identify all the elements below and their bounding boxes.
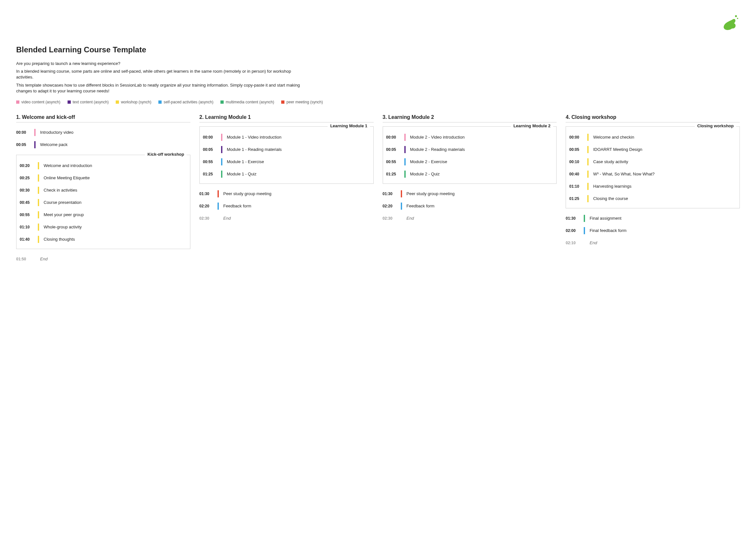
legend-item: video content (asynch)	[16, 100, 61, 104]
rows-block: 01:30Peer study group meeting02:20Feedba…	[383, 188, 557, 212]
activity-label: Introductory video	[40, 130, 73, 135]
category-color-bar	[221, 170, 222, 178]
activity-label: Peer study group meeting	[407, 191, 455, 196]
activity-label: Closing thoughts	[44, 237, 75, 242]
time-label: 00:40	[569, 172, 585, 176]
category-color-bar	[404, 170, 406, 178]
column-divider	[200, 122, 374, 122]
activity-label: IDOARRT Meeting Design	[593, 147, 642, 152]
end-label: End	[223, 216, 231, 221]
activity-row: 00:00Module 2 - Video introduction	[386, 131, 554, 143]
category-color-bar	[404, 146, 406, 153]
time-label: 02:00	[566, 228, 581, 233]
activity-row: 00:55Meet your peer group	[20, 209, 187, 221]
activity-row: 01:10Whole-group activity	[20, 221, 187, 233]
group-block: Closing workshop00:00Welcome and checkin…	[566, 126, 740, 208]
category-color-bar	[38, 211, 39, 218]
column: 2. Learning Module 1Learning Module 100:…	[200, 114, 374, 224]
category-color-bar	[221, 134, 222, 141]
legend-swatch	[116, 100, 119, 104]
time-label: 01:30	[566, 216, 581, 221]
activity-label: W³ - What, So What, Now What?	[593, 171, 655, 176]
category-color-bar	[221, 158, 222, 165]
rows-block: 01:30Peer study group meeting02:20Feedba…	[200, 188, 374, 212]
activity-row: 01:10Harvesting learnings	[569, 180, 736, 192]
group-block: Learning Module 100:00Module 1 - Video i…	[200, 126, 374, 184]
column-divider	[566, 122, 740, 122]
time-label: 00:45	[20, 200, 35, 205]
end-row: 02:30End	[383, 212, 557, 224]
time-label: 01:10	[20, 225, 35, 229]
columns: 1. Welcome and kick-off00:00Introductory…	[16, 114, 740, 265]
time-label: 01:30	[383, 191, 398, 196]
time-label: 00:05	[569, 147, 585, 152]
column-divider	[383, 122, 557, 122]
activity-row: 00:05Welcome pack	[16, 139, 190, 151]
intro-paragraphs: Are you preparing to launch a new learni…	[16, 61, 740, 94]
time-label: 00:00	[569, 135, 585, 140]
end-row: 02:10End	[566, 237, 740, 249]
activity-label: Closing the course	[593, 196, 628, 201]
category-color-bar	[584, 227, 585, 234]
time-label: 01:25	[203, 172, 219, 176]
category-color-bar	[218, 203, 219, 210]
legend: video content (asynch)text content (asyn…	[16, 100, 740, 105]
activity-label: Module 2 - Reading materials	[410, 147, 465, 152]
activity-row: 01:25Module 2 - Quiz	[386, 168, 554, 180]
category-color-bar	[34, 129, 36, 136]
legend-label: video content (asynch)	[21, 100, 61, 104]
legend-swatch	[16, 100, 19, 104]
end-row: 02:30End	[200, 212, 374, 224]
category-color-bar	[404, 158, 406, 165]
intro-paragraph: This template showcases how to use diffe…	[16, 82, 307, 94]
category-color-bar	[587, 158, 589, 165]
group-block: Learning Module 200:00Module 2 - Video i…	[383, 126, 557, 184]
activity-row: 00:55Module 2 - Exercise	[386, 156, 554, 168]
activity-label: Whole-group activity	[44, 224, 82, 229]
time-label: 01:50	[16, 257, 32, 261]
category-color-bar	[38, 174, 39, 182]
activity-row: 00:05Module 2 - Reading materials	[386, 143, 554, 156]
legend-swatch	[68, 100, 71, 104]
legend-item: workshop (synch)	[116, 100, 151, 104]
activity-row: 00:20Welcome and introduction	[20, 160, 187, 172]
column-title: 3. Learning Module 2	[383, 114, 557, 120]
page-title: Blended Learning Course Template	[16, 45, 740, 54]
activity-label: Course presentation	[44, 200, 81, 205]
category-color-bar	[587, 146, 589, 153]
legend-swatch	[158, 100, 162, 104]
category-color-bar	[38, 162, 39, 169]
activity-row: 02:20Feedback form	[383, 200, 557, 212]
legend-item: multimedia content (asynch)	[220, 100, 274, 104]
activity-label: Module 2 - Exercise	[410, 159, 447, 164]
column-title: 1. Welcome and kick-off	[16, 114, 190, 120]
group-title: Learning Module 2	[511, 123, 553, 128]
column-divider	[16, 122, 190, 122]
activity-row: 00:05IDOARRT Meeting Design	[569, 143, 736, 156]
activity-row: 01:25Module 1 - Quiz	[203, 168, 370, 180]
group-title: Learning Module 1	[328, 123, 370, 128]
rows-block: 00:00Introductory video00:05Welcome pack	[16, 126, 190, 151]
activity-label: Welcome and checkin	[593, 135, 634, 140]
activity-label: Welcome and introduction	[44, 163, 92, 168]
category-color-bar	[38, 236, 39, 243]
activity-row: 01:30Final assignment	[566, 212, 740, 224]
activity-label: Feedback form	[223, 204, 252, 208]
category-color-bar	[221, 146, 222, 153]
time-label: 00:20	[20, 164, 35, 168]
activity-row: 00:00Welcome and checkin	[569, 131, 736, 143]
legend-label: workshop (synch)	[121, 100, 151, 104]
legend-label: peer meeting (synch)	[286, 100, 323, 104]
category-color-bar	[587, 183, 589, 190]
column: 3. Learning Module 2Learning Module 200:…	[383, 114, 557, 224]
activity-label: Module 1 - Video introduction	[227, 135, 282, 140]
time-label: 01:30	[200, 191, 215, 196]
column: 1. Welcome and kick-off00:00Introductory…	[16, 114, 190, 265]
svg-point-1	[737, 18, 738, 19]
time-label: 00:05	[386, 147, 402, 152]
activity-row: 00:00Introductory video	[16, 126, 190, 139]
legend-item: text content (asynch)	[68, 100, 109, 104]
time-label: 00:00	[203, 135, 219, 140]
activity-row: 01:40Closing thoughts	[20, 233, 187, 245]
column: 4. Closing workshopClosing workshop00:00…	[566, 114, 740, 249]
